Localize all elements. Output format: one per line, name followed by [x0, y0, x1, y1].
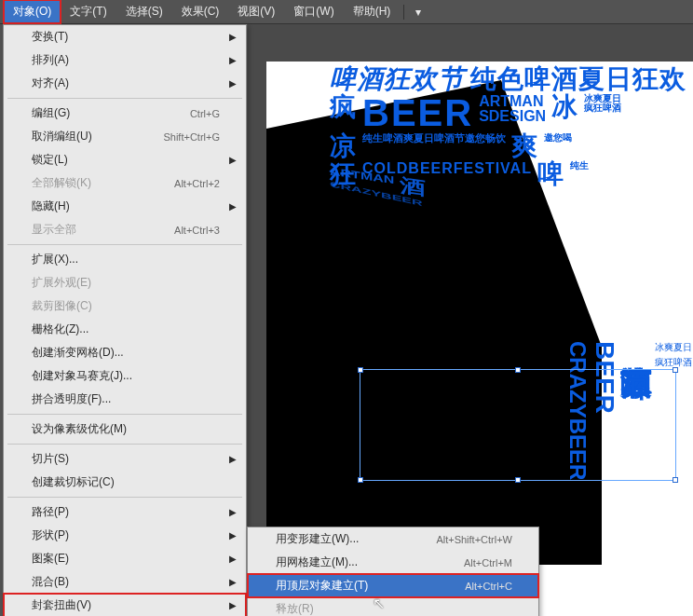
submenu-arrow-icon: ▶ — [229, 55, 237, 65]
menu-shortcut: Alt+Ctrl+2 — [174, 178, 220, 189]
menu-item-label: 创建渐变网格(D)... — [32, 345, 220, 361]
submenu-arrow-icon: ▶ — [229, 454, 237, 464]
submenu-item-label: 用网格建立(M)... — [276, 554, 464, 570]
menu-item-label: 封套扭曲(V) — [32, 597, 220, 613]
menu-item-label: 排列(A) — [32, 52, 220, 68]
menu-item-label: 隐藏(H) — [32, 198, 220, 214]
menu-item[interactable]: 图案(E)▶ — [4, 547, 246, 570]
submenu-shortcut: Alt+Ctrl+M — [464, 557, 512, 568]
menu-item-label: 图案(E) — [32, 551, 220, 567]
menu-help[interactable]: 帮助(H) — [344, 0, 401, 23]
submenu-item[interactable]: 用顶层对象建立(T)Alt+Ctrl+C — [248, 574, 538, 597]
menu-type[interactable]: 文字(T) — [61, 0, 116, 23]
menu-item[interactable]: 创建渐变网格(D)... — [4, 341, 246, 364]
menu-window[interactable]: 窗口(W) — [284, 0, 343, 23]
menu-item: 裁剪图像(C) — [4, 294, 246, 318]
menu-sep — [7, 98, 242, 99]
menu-item[interactable]: 扩展(X)... — [4, 248, 246, 271]
text-artwork: 啤酒狂欢节纯色啤酒夏日狂欢 疯BEERARTMANSDESIGN冰冰爽夏日疯狂啤… — [330, 66, 693, 234]
submenu-arrow-icon: ▶ — [229, 155, 237, 165]
menu-sep — [7, 444, 242, 445]
menu-item-label: 锁定(L) — [32, 152, 220, 168]
menu-item: 全部解锁(K)Alt+Ctrl+2 — [4, 171, 246, 195]
submenu-item-label: 释放(R) — [276, 601, 512, 616]
menu-item-label: 栅格化(Z)... — [32, 322, 220, 337]
menu-item[interactable]: 封套扭曲(V)▶ — [4, 594, 246, 616]
submenu-item-label: 用变形建立(W)... — [276, 531, 436, 547]
menu-shortcut: Shift+Ctrl+G — [163, 131, 220, 143]
toolbar-dropdown[interactable]: ▾ — [408, 6, 428, 19]
submenu-shortcut: Alt+Ctrl+C — [465, 581, 512, 592]
menu-item[interactable]: 创建裁切标记(C) — [4, 471, 246, 494]
menu-item[interactable]: 形状(P)▶ — [4, 524, 246, 547]
menu-item[interactable]: 混合(B)▶ — [4, 570, 246, 594]
menu-shortcut: Ctrl+G — [190, 108, 220, 119]
menu-item[interactable]: 取消编组(U)Shift+Ctrl+G — [4, 125, 246, 148]
menu-item[interactable]: 隐藏(H)▶ — [4, 195, 246, 218]
menu-select[interactable]: 选择(S) — [116, 0, 172, 23]
menu-item-label: 编组(G) — [32, 105, 190, 121]
submenu-arrow-icon: ▶ — [229, 577, 237, 587]
menu-item[interactable]: 编组(G)Ctrl+G — [4, 102, 246, 125]
menubar: 对象(O) 文字(T) 选择(S) 效果(C) 视图(V) 窗口(W) 帮助(H… — [0, 0, 693, 24]
menu-item[interactable]: 拼合透明度(F)... — [4, 388, 246, 411]
submenu-arrow-icon: ▶ — [229, 201, 237, 212]
menu-item-label: 混合(B) — [32, 574, 220, 590]
menu-object[interactable]: 对象(O) — [4, 0, 61, 23]
menu-effect[interactable]: 效果(C) — [172, 0, 229, 23]
selection-rect — [360, 369, 676, 481]
menu-item-label: 对齐(A) — [32, 75, 220, 91]
submenu-arrow-icon: ▶ — [229, 507, 237, 517]
menu-item[interactable]: 路径(P)▶ — [4, 500, 246, 524]
menu-sep — [7, 414, 242, 415]
submenu-item-label: 用顶层对象建立(T) — [276, 578, 465, 594]
menu-item-label: 路径(P) — [32, 504, 220, 520]
menu-item-label: 拼合透明度(F)... — [32, 391, 220, 407]
menu-sep — [7, 497, 242, 498]
mouse-cursor-icon: ↖ — [373, 595, 385, 612]
menu-item-label: 形状(P) — [32, 527, 220, 543]
menu-item[interactable]: 创建对象马赛克(J)... — [4, 364, 246, 388]
menu-item-label: 裁剪图像(C) — [32, 298, 220, 314]
menu-item[interactable]: 栅格化(Z)... — [4, 318, 246, 341]
menu-item: 显示全部Alt+Ctrl+3 — [4, 218, 246, 241]
submenu-arrow-icon: ▶ — [229, 554, 237, 564]
menu-sep — [7, 244, 242, 245]
menu-item-label: 全部解锁(K) — [32, 175, 174, 191]
submenu-arrow-icon: ▶ — [229, 78, 237, 89]
submenu-arrow-icon: ▶ — [229, 600, 237, 610]
menu-item[interactable]: 锁定(L)▶ — [4, 148, 246, 171]
submenu-item: 释放(R) — [248, 597, 538, 616]
submenu-item[interactable]: 用网格建立(M)...Alt+Ctrl+M — [248, 551, 538, 574]
menu-item: 扩展外观(E) — [4, 271, 246, 294]
sep — [403, 5, 404, 20]
menu-item-label: 扩展外观(E) — [32, 275, 220, 291]
menu-item[interactable]: 切片(S)▶ — [4, 447, 246, 471]
submenu-item[interactable]: 用变形建立(W)...Alt+Shift+Ctrl+W — [248, 527, 538, 551]
menu-item[interactable]: 设为像素级优化(M) — [4, 418, 246, 441]
menu-item-label: 显示全部 — [32, 222, 174, 238]
submenu-shortcut: Alt+Shift+Ctrl+W — [436, 534, 512, 545]
menu-item-label: 创建对象马赛克(J)... — [32, 368, 220, 384]
menu-item-label: 创建裁切标记(C) — [32, 474, 220, 490]
submenu-arrow-icon: ▶ — [229, 32, 237, 42]
menu-item-label: 变换(T) — [32, 29, 220, 45]
menu-shortcut: Alt+Ctrl+3 — [174, 225, 220, 236]
menu-item-label: 取消编组(U) — [32, 129, 163, 144]
menu-view[interactable]: 视图(V) — [228, 0, 284, 23]
menu-item[interactable]: 对齐(A)▶ — [4, 72, 246, 95]
object-dropdown: 变换(T)▶排列(A)▶对齐(A)▶编组(G)Ctrl+G取消编组(U)Shif… — [3, 24, 247, 616]
menu-item[interactable]: 排列(A)▶ — [4, 48, 246, 72]
menu-item-label: 设为像素级优化(M) — [32, 421, 220, 437]
menu-item[interactable]: 变换(T)▶ — [4, 25, 246, 48]
menu-item-label: 扩展(X)... — [32, 252, 220, 267]
menu-item-label: 切片(S) — [32, 451, 220, 467]
submenu-arrow-icon: ▶ — [229, 530, 237, 541]
envelope-submenu: 用变形建立(W)...Alt+Shift+Ctrl+W用网格建立(M)...Al… — [247, 527, 539, 616]
